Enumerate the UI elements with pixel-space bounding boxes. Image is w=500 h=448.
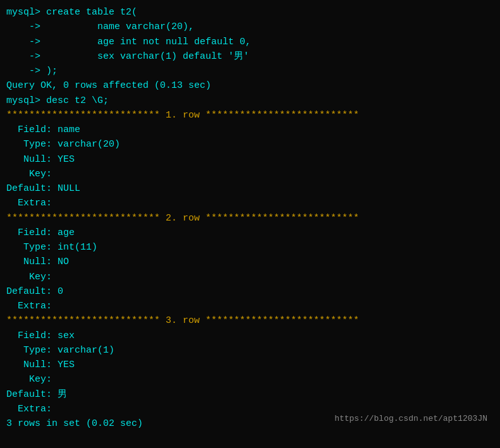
terminal-line: Field: age bbox=[6, 226, 494, 240]
terminal-line: Extra: bbox=[6, 299, 494, 313]
terminal-line: Null: YES bbox=[6, 152, 494, 167]
terminal-line: Key: bbox=[6, 270, 494, 284]
terminal-line: -> sex varchar(1) default '男' bbox=[6, 49, 494, 64]
terminal-line: Extra: bbox=[6, 196, 494, 210]
terminal-line: -> ); bbox=[6, 64, 494, 78]
terminal-line: Type: varchar(20) bbox=[6, 137, 494, 152]
terminal-line: Type: varchar(1) bbox=[6, 343, 494, 358]
terminal-output: mysql> create table t2( -> name varchar(… bbox=[6, 5, 494, 431]
terminal-line: Key: bbox=[6, 167, 494, 181]
terminal-line: Field: name bbox=[6, 123, 494, 137]
terminal-line: Type: int(11) bbox=[6, 240, 494, 255]
terminal-line: *************************** 1. row *****… bbox=[6, 108, 494, 123]
watermark-url: https://blog.csdn.net/apt1203JN bbox=[334, 413, 487, 425]
terminal-line: mysql> desc t2 \G; bbox=[6, 94, 494, 108]
terminal-line: mysql> create table t2( bbox=[6, 5, 494, 20]
terminal-line: -> name varchar(20), bbox=[6, 20, 494, 34]
terminal-line: Field: sex bbox=[6, 329, 494, 343]
terminal-line: Default: NULL bbox=[6, 181, 494, 196]
terminal-line: *************************** 2. row *****… bbox=[6, 211, 494, 226]
terminal-line: Key: bbox=[6, 372, 494, 387]
terminal-line: -> age int not null default 0, bbox=[6, 35, 494, 49]
terminal-window: mysql> create table t2( -> name varchar(… bbox=[6, 5, 494, 443]
terminal-line: *************************** 3. row *****… bbox=[6, 313, 494, 328]
terminal-line: Default: 男 bbox=[6, 387, 494, 402]
terminal-line: Query OK, 0 rows affected (0.13 sec) bbox=[6, 78, 494, 93]
terminal-line: Default: 0 bbox=[6, 284, 494, 299]
terminal-line: Null: NO bbox=[6, 255, 494, 269]
terminal-line: Null: YES bbox=[6, 358, 494, 372]
